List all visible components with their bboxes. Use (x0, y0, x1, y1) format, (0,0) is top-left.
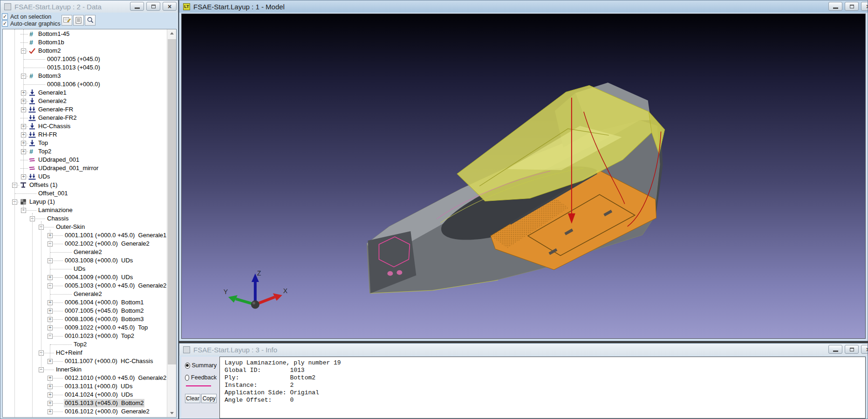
radio-summary[interactable]: Summary (185, 361, 217, 370)
search-button[interactable] (85, 15, 96, 26)
tree-item[interactable]: +0008.1006 (+000.0) Bottom3 (3, 315, 166, 323)
tree-item[interactable]: +0015.1013 (+045.0) Bottom2 (3, 399, 166, 407)
tree-item-label[interactable]: Generale2 (74, 290, 102, 298)
scrollbar-thumb[interactable] (168, 39, 176, 364)
tree-item[interactable]: +#Top2 (3, 147, 166, 156)
tree-item[interactable]: +0011.1007 (+000.0) HC-Chassis (3, 357, 166, 365)
tree-item-label[interactable]: RH (47, 416, 56, 417)
clear-button[interactable]: Clear (185, 394, 200, 403)
tree-item-label[interactable]: Offsets (1) (29, 181, 57, 189)
radio-icon[interactable] (185, 375, 189, 381)
checkbox-icon[interactable]: ✓ (2, 14, 8, 20)
minimize-button[interactable] (828, 345, 842, 354)
tree-item-label[interactable]: 0003.1008 (+000.0) UDs (65, 256, 133, 265)
tree-item-label[interactable]: 0007.1005 (+045.0) (47, 55, 100, 63)
tree-item[interactable]: +0007.1005 (+045.0) Bottom2 (3, 307, 166, 315)
model-window-titlebar[interactable]: LT FSAE-Start.Layup : 1 - Model × (179, 0, 868, 13)
tree-item[interactable]: −Offsets (1) (3, 181, 166, 189)
copy-button[interactable]: Copy (201, 394, 217, 403)
tree-item-label[interactable]: Generale2 (38, 97, 67, 105)
tree-item-label[interactable]: 0012.1010 (+000.0 +45.0) Generale2 (65, 374, 166, 382)
tree-item[interactable]: +Generale1 (3, 89, 166, 97)
tree-item-label[interactable]: HC+Reinf (56, 349, 82, 357)
tree-item[interactable]: −Layup (1) (3, 198, 166, 206)
tree-item-label[interactable]: Bottom2 (38, 47, 61, 55)
tree-item[interactable]: +0012.1010 (+000.0 +45.0) Generale2 (3, 374, 166, 382)
tree-item[interactable]: 0007.1005 (+045.0) (3, 55, 166, 63)
radio-feedback[interactable]: Feedback (185, 373, 217, 382)
minimize-button[interactable] (828, 2, 842, 11)
tree-item[interactable]: Generale-FR2 (3, 114, 166, 122)
edit-properties-button[interactable] (62, 15, 72, 26)
tree-item[interactable]: −#Bottom3 (3, 72, 166, 80)
tree-item[interactable]: Generale2 (3, 248, 166, 256)
tree-item[interactable]: UDdraped_001_mirror (3, 164, 166, 172)
radio-icon[interactable] (185, 363, 190, 369)
tree-item-label[interactable]: 0002.1002 (+000.0) Generale2 (65, 240, 150, 248)
tree-item[interactable]: −Laminazione (3, 206, 166, 214)
tree-item-label[interactable]: Generale-FR2 (38, 114, 76, 122)
tree-item[interactable]: −InnerSkin (3, 365, 166, 374)
tree-item[interactable]: −0005.1003 (+000.0 +45.0) Generale2 (3, 282, 166, 290)
tree-item[interactable]: +Generale-FR (3, 105, 166, 114)
tree-item[interactable]: #Bottom1-45 (3, 30, 166, 38)
report-button[interactable] (73, 15, 84, 26)
tree-item[interactable]: −Bottom2 (3, 47, 166, 55)
tree-item-label[interactable]: 0013.1011 (+000.0) UDs (65, 382, 132, 391)
tree-item-label[interactable]: Chassis (47, 214, 68, 223)
tree-scrollbar[interactable] (167, 29, 176, 417)
tree-item-label[interactable]: 0015.1013 (+045.0) Bottom2 (64, 399, 144, 407)
tree-item[interactable]: UDdraped_001 (3, 156, 166, 164)
tree-item-label[interactable]: 0007.1005 (+045.0) Bottom2 (65, 307, 144, 315)
minimize-button[interactable] (130, 2, 144, 11)
tree-item[interactable]: +0014.1024 (+000.0) UDs (3, 391, 166, 399)
tree-item[interactable]: +0013.1011 (+000.0) UDs (3, 382, 166, 391)
tree-item[interactable]: +Top (3, 139, 166, 147)
tree-item-label[interactable]: 0008.1006 (+000.0) Bottom3 (65, 315, 144, 323)
tree-item[interactable]: +UDs (3, 172, 166, 181)
tree-item-label[interactable]: 0015.1013 (+045.0) (47, 63, 100, 72)
tree-item-label[interactable]: Bottom3 (38, 72, 61, 80)
tree-item-label[interactable]: UDs (74, 265, 85, 273)
tree-item[interactable]: −HC+Reinf (3, 349, 166, 357)
tree-item-label[interactable]: Generale1 (38, 89, 67, 97)
tree-item-label[interactable]: 0008.1006 (+000.0) (47, 80, 100, 89)
tree-item-label[interactable]: Offset_001 (38, 189, 68, 198)
tree-item-label[interactable]: Bottom1b (38, 38, 64, 47)
info-window-titlebar[interactable]: FSAE-Start.Layup : 3 - Info × (179, 343, 868, 356)
tree-item[interactable]: +RH (3, 416, 166, 417)
tree-item-label[interactable]: InnerSkin (56, 365, 82, 374)
tree-item[interactable]: −0002.1002 (+000.0) Generale2 (3, 240, 166, 248)
tree-item[interactable]: Offset_001 (3, 189, 166, 198)
tree-item[interactable]: UDs (3, 265, 166, 273)
tree-item-label[interactable]: 0011.1007 (+000.0) HC-Chassis (65, 357, 153, 365)
tree-item[interactable]: −Outer-Skin (3, 223, 166, 231)
tree-item-label[interactable]: RH-FR (38, 131, 57, 139)
maximize-button[interactable] (845, 2, 859, 11)
tree-item[interactable]: 0015.1013 (+045.0) (3, 63, 166, 72)
tree-item-label[interactable]: Top2 (74, 340, 87, 349)
tree-item-label[interactable]: 0004.1009 (+000.0) UDs (65, 273, 133, 282)
tree-item-label[interactable]: 0014.1024 (+000.0) UDs (65, 391, 133, 399)
tree-item[interactable]: +RH-FR (3, 131, 166, 139)
tree-item[interactable]: +0009.1022 (+000.0 +45.0) Top (3, 323, 166, 332)
tree-item[interactable]: −0010.1023 (+000.0) Top2 (3, 332, 166, 340)
close-button[interactable]: × (861, 345, 868, 354)
tree-item[interactable]: −Chassis (3, 214, 166, 223)
tree-item[interactable]: +0006.1004 (+000.0) Bottom1 (3, 298, 166, 307)
tree-item-label[interactable]: 0016.1012 (+000.0) Generale2 (65, 407, 150, 416)
maximize-button[interactable] (845, 345, 859, 354)
tree-item-label[interactable]: 0010.1023 (+000.0) Top2 (65, 332, 134, 340)
tree-item-label[interactable]: Laminazione (38, 206, 73, 214)
tree-item[interactable]: Generale2 (3, 290, 166, 298)
close-button[interactable]: × (861, 2, 868, 11)
tree-item-label[interactable]: Generale-FR (38, 105, 73, 114)
tree-item-label[interactable]: Layup (1) (29, 198, 55, 206)
maximize-button[interactable] (146, 2, 160, 11)
checkbox-icon[interactable]: ✓ (2, 21, 8, 27)
scroll-down-icon[interactable] (167, 409, 177, 417)
tree-item-label[interactable]: Top (38, 139, 48, 147)
model-viewport[interactable]: Z Y X (181, 14, 866, 339)
tree-item-label[interactable]: 0009.1022 (+000.0 +45.0) Top (65, 323, 148, 332)
tree-item-label[interactable]: UDs (38, 172, 50, 181)
